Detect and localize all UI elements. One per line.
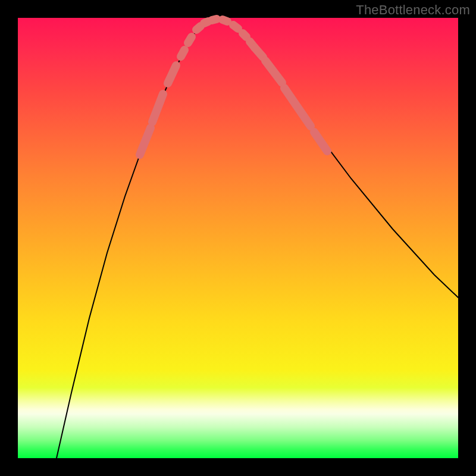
bead-segment xyxy=(243,33,246,37)
bottleneck-curve xyxy=(57,19,458,458)
bead-segment xyxy=(255,48,263,57)
bead-segment xyxy=(152,94,163,122)
curve-bead-markers xyxy=(140,19,327,155)
bead-segment xyxy=(196,26,201,30)
bead-segment xyxy=(168,65,176,83)
watermark-text: TheBottleneck.com xyxy=(356,2,470,18)
plot-area xyxy=(18,18,458,458)
bead-segment xyxy=(188,37,192,43)
bead-segment xyxy=(204,21,208,23)
frame: TheBottleneck.com xyxy=(0,0,476,476)
bead-segment xyxy=(233,25,238,29)
chart-svg xyxy=(18,18,458,458)
bead-segment xyxy=(212,19,217,20)
bead-segment xyxy=(223,20,227,21)
bead-segment xyxy=(314,132,327,151)
bead-segment xyxy=(284,88,311,126)
bead-segment xyxy=(181,50,184,57)
bead-segment xyxy=(140,128,151,155)
bead-segment xyxy=(265,61,282,83)
